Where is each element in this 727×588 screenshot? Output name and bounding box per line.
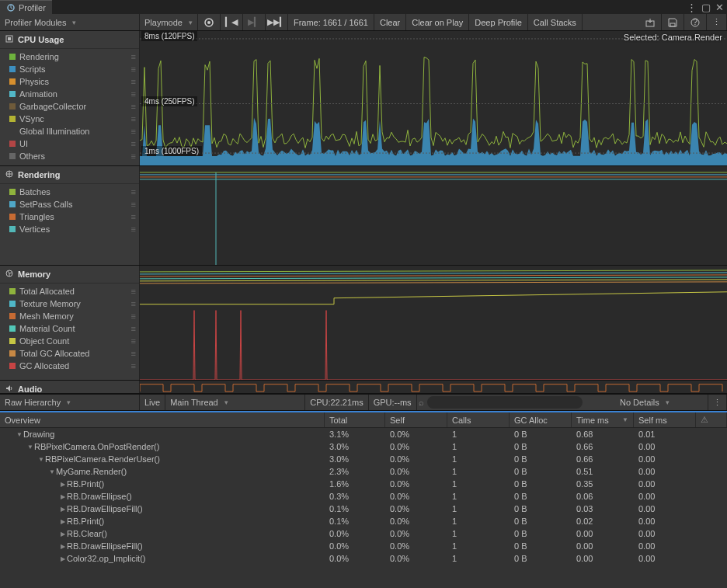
legend-item[interactable]: Texture Memory≡ xyxy=(0,297,139,310)
context-menu-button[interactable]: ⋮ xyxy=(707,14,727,30)
details-dropdown[interactable]: No Details xyxy=(615,395,708,410)
legend-item[interactable]: Total GC Allocated≡ xyxy=(0,347,139,360)
hierarchy-mode-dropdown[interactable]: Raw Hierarchy xyxy=(0,395,140,410)
drag-handle-icon[interactable]: ≡ xyxy=(131,51,134,62)
foldout-icon[interactable]: ▶ xyxy=(59,518,67,525)
foldout-icon[interactable]: ▼ xyxy=(48,468,56,475)
drag-handle-icon[interactable]: ≡ xyxy=(131,138,134,149)
foldout-icon[interactable]: ▶ xyxy=(59,493,67,500)
drag-handle-icon[interactable]: ≡ xyxy=(131,323,134,334)
drag-handle-icon[interactable]: ≡ xyxy=(131,224,134,235)
legend-item[interactable]: Rendering≡ xyxy=(0,50,139,63)
legend-item[interactable]: Animation≡ xyxy=(0,88,139,100)
legend-item[interactable]: SetPass Calls≡ xyxy=(0,198,139,210)
col-selfms[interactable]: Self ms xyxy=(634,412,696,427)
next-frame-button[interactable]: ▶▎ xyxy=(243,14,266,30)
legend-item[interactable]: Total Allocated≡ xyxy=(0,285,139,297)
drag-handle-icon[interactable]: ≡ xyxy=(131,336,134,346)
drag-handle-icon[interactable]: ≡ xyxy=(131,76,134,87)
prev-frame-button[interactable]: ▎◀ xyxy=(221,14,243,30)
col-timems[interactable]: Time ms▼ xyxy=(572,412,634,427)
legend-item[interactable]: Vertices≡ xyxy=(0,223,139,235)
module-chart[interactable]: 8ms (120FPS)4ms (250FPS)1ms (1000FPS)Sel… xyxy=(140,31,727,165)
module-header[interactable]: CPU Usage xyxy=(0,31,139,49)
legend-item[interactable]: Batches≡ xyxy=(0,186,139,198)
legend-item[interactable]: Scripts≡ xyxy=(0,63,139,75)
drag-handle-icon[interactable]: ≡ xyxy=(131,186,134,197)
legend-item[interactable]: Others≡ xyxy=(0,150,139,162)
table-row[interactable]: ▼Drawing 3.1% 0.0% 1 0 B 0.68 0.01 xyxy=(0,428,727,440)
save-button[interactable] xyxy=(662,14,684,30)
record-button[interactable] xyxy=(198,14,221,30)
table-row[interactable]: ▶RB.Print() 0.1% 0.0% 1 0 B 0.02 0.00 xyxy=(0,515,727,527)
col-self[interactable]: Self xyxy=(385,412,447,427)
col-overview[interactable]: Overview xyxy=(0,412,325,427)
legend-item[interactable]: VSync≡ xyxy=(0,113,139,125)
live-toggle[interactable]: Live xyxy=(140,395,165,410)
table-row[interactable]: ▶RB.Print() 1.6% 0.0% 1 0 B 0.35 0.00 xyxy=(0,478,727,490)
table-row[interactable]: ▼MyGame.Render() 2.3% 0.0% 1 0 B 0.51 0.… xyxy=(0,465,727,478)
search-input[interactable] xyxy=(427,396,583,409)
playmode-dropdown[interactable]: Playmode xyxy=(140,14,198,30)
last-frame-button[interactable]: ▶▶▎ xyxy=(266,14,288,30)
drag-handle-icon[interactable]: ≡ xyxy=(131,101,134,112)
legend-item[interactable]: Material Count≡ xyxy=(0,322,139,335)
table-row[interactable]: ▶RB.DrawEllipse() 0.3% 0.0% 1 0 B 0.06 0… xyxy=(0,490,727,503)
foldout-icon[interactable]: ▶ xyxy=(59,555,67,562)
col-gcalloc[interactable]: GC Alloc xyxy=(510,412,572,427)
profiler-tab[interactable]: Profiler xyxy=(0,0,52,14)
foldout-icon[interactable]: ▼ xyxy=(16,431,23,438)
col-calls[interactable]: Calls xyxy=(447,412,510,427)
table-row[interactable]: ▼RBPixelCamera.OnPostRender() 3.0% 0.0% … xyxy=(0,440,727,453)
col-warning[interactable]: ⚠ xyxy=(696,412,727,427)
drag-handle-icon[interactable]: ≡ xyxy=(131,151,134,162)
module-header[interactable]: Memory xyxy=(0,266,139,284)
clear-on-play-button[interactable]: Clear on Play xyxy=(406,14,469,30)
legend-item[interactable]: Object Count≡ xyxy=(0,335,139,347)
legend-item[interactable]: Physics≡ xyxy=(0,75,139,88)
clear-button[interactable]: Clear xyxy=(374,14,406,30)
drag-handle-icon[interactable]: ≡ xyxy=(131,286,134,297)
module-chart[interactable] xyxy=(140,166,727,265)
table-row[interactable]: ▶Color32.op_Implicit() 0.0% 0.0% 1 0 B 0… xyxy=(0,552,727,565)
module-chart[interactable] xyxy=(140,266,727,380)
legend-item[interactable]: Mesh Memory≡ xyxy=(0,310,139,322)
deep-profile-button[interactable]: Deep Profile xyxy=(469,14,528,30)
table-row[interactable]: ▶RB.Clear() 0.0% 0.0% 1 0 B 0.00 0.00 xyxy=(0,527,727,540)
load-button[interactable] xyxy=(639,14,662,30)
drag-handle-icon[interactable]: ≡ xyxy=(131,126,134,137)
col-total[interactable]: Total xyxy=(325,412,385,427)
call-stacks-button[interactable]: Call Stacks xyxy=(528,14,583,30)
table-row[interactable]: ▼RBPixelCamera.RenderUser() 3.0% 0.0% 1 … xyxy=(0,453,727,465)
drag-handle-icon[interactable]: ≡ xyxy=(131,199,134,210)
table-row[interactable]: ▶RB.DrawEllipseFill() 0.0% 0.0% 1 0 B 0.… xyxy=(0,540,727,552)
module-header[interactable]: Rendering xyxy=(0,166,139,184)
drag-handle-icon[interactable]: ≡ xyxy=(131,311,134,322)
legend-item[interactable]: GC Allocated≡ xyxy=(0,360,139,372)
foldout-icon[interactable]: ▶ xyxy=(59,506,67,513)
legend-item[interactable]: Global Illumination≡ xyxy=(0,125,139,137)
window-maximize-icon[interactable]: ▢ xyxy=(701,2,711,13)
module-chart[interactable] xyxy=(140,381,727,393)
window-menu-icon[interactable]: ⋮ xyxy=(687,2,697,13)
help-button[interactable]: ? xyxy=(684,14,707,30)
drag-handle-icon[interactable]: ≡ xyxy=(131,64,134,75)
foldout-icon[interactable]: ▶ xyxy=(59,481,67,488)
window-close-icon[interactable]: ✕ xyxy=(715,2,724,13)
foldout-icon[interactable]: ▶ xyxy=(59,531,67,538)
foldout-icon[interactable]: ▼ xyxy=(37,456,45,463)
foldout-icon[interactable]: ▼ xyxy=(26,444,34,451)
drag-handle-icon[interactable]: ≡ xyxy=(131,298,134,309)
drag-handle-icon[interactable]: ≡ xyxy=(131,113,134,124)
legend-item[interactable]: UI≡ xyxy=(0,137,139,150)
drag-handle-icon[interactable]: ≡ xyxy=(131,360,134,371)
foldout-icon[interactable]: ▶ xyxy=(59,543,67,550)
table-row[interactable]: ▶RB.DrawEllipseFill() 0.1% 0.0% 1 0 B 0.… xyxy=(0,503,727,515)
drag-handle-icon[interactable]: ≡ xyxy=(131,348,134,359)
thread-dropdown[interactable]: Main Thread xyxy=(165,395,305,410)
legend-item[interactable]: Triangles≡ xyxy=(0,210,139,223)
profiler-modules-dropdown[interactable]: Profiler Modules xyxy=(0,14,140,30)
drag-handle-icon[interactable]: ≡ xyxy=(131,89,134,99)
drag-handle-icon[interactable]: ≡ xyxy=(131,211,134,222)
legend-item[interactable]: GarbageCollector≡ xyxy=(0,100,139,113)
